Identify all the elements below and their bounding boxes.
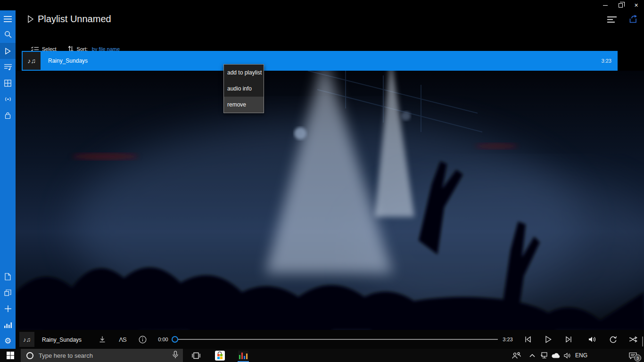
sidebar-item-equalizer[interactable] [0,317,16,333]
speaker-icon [564,353,571,359]
microsoft-store-button[interactable] [211,349,228,362]
sidebar-item-import[interactable] [0,285,16,301]
store-icon [215,351,225,361]
track-duration: 3:23 [602,58,611,64]
menu-item-add-to-playlist[interactable]: add to playlist [224,65,264,81]
bag-icon [5,112,11,119]
play-icon [545,336,552,343]
total-time: 3:23 [498,337,517,342]
grid-icon [4,80,11,87]
cortana-icon [26,352,33,359]
import-icon [4,289,11,296]
radio-icon [4,96,12,102]
people-icon [512,352,521,359]
nav-sidebar: ⚙ [0,10,16,349]
share-button[interactable] [627,14,638,25]
sidebar-item-add[interactable] [0,301,16,317]
chevron-up-icon [529,354,535,357]
music-notes-icon: ♪♫ [23,336,31,343]
shuffle-button[interactable] [627,333,640,346]
previous-button[interactable] [521,333,535,346]
search-placeholder: Type here to search [39,352,173,359]
equalizer-bars-icon [4,321,12,328]
onedrive-button[interactable] [550,349,562,362]
play-playlist-button[interactable] [27,15,34,25]
sidebar-item-bag[interactable] [0,107,16,123]
sidebar-item-playlist[interactable] [0,59,16,75]
volume-icon [588,336,597,343]
microphone-button[interactable] [173,351,178,361]
repeat-icon [609,336,617,344]
lastfm-icon: ΛS [119,336,126,343]
sidebar-item-albums[interactable] [0,75,16,91]
plus-icon [5,305,11,312]
action-center-button[interactable]: 3 [623,349,642,362]
download-icon [99,336,106,343]
restore-button[interactable] [613,0,628,10]
playlist-icon [4,64,12,71]
task-view-icon [192,352,200,359]
audio-info-button[interactable] [136,333,149,346]
people-button[interactable] [510,349,522,362]
gear-icon: ⚙ [4,337,11,345]
scrollbar-thumb[interactable] [642,337,643,346]
file-icon [5,273,11,280]
play-outline-icon [27,15,34,23]
windows-logo-icon [7,352,14,359]
next-button[interactable] [562,333,575,346]
seek-slider[interactable] [175,339,498,340]
sidebar-item-open-file[interactable] [0,269,16,285]
onedrive-cloud-icon [552,353,560,358]
close-button[interactable]: × [628,0,644,10]
now-playing-queue-button[interactable] [607,16,617,25]
concert-background-image [16,71,644,330]
music-notes-icon: ♪♫ [27,57,36,65]
network-icon [540,352,548,359]
music-app-button[interactable] [235,349,252,362]
start-button[interactable] [0,349,21,362]
task-view-button[interactable] [188,349,205,362]
show-hidden-icons-button[interactable] [526,349,538,362]
language-indicator[interactable]: ENG [573,349,589,362]
taskbar-search-input[interactable]: Type here to search [21,349,183,362]
menu-item-remove[interactable]: remove [224,97,264,113]
shuffle-icon [629,336,637,343]
player-bar: ♪♫ Rainy_Sundays ΛS 0:00 3:23 [16,330,644,349]
network-status-button[interactable] [538,349,550,362]
play-button[interactable] [542,333,555,346]
track-thumbnail: ♪♫ [23,52,41,70]
play-icon [5,48,11,55]
seek-slider-thumb[interactable] [172,336,178,343]
system-volume-button[interactable] [561,349,574,362]
share-icon [627,14,638,24]
titlebar[interactable]: × [0,0,644,10]
notification-badge: 3 [634,354,641,362]
track-row[interactable]: ♪♫ Rainy_Sundays 3:23 [22,51,618,71]
player-track-thumbnail: ♪♫ [19,332,34,347]
music-app-icon [238,351,248,360]
menu-item-audio-info[interactable]: audio info [224,81,264,97]
microphone-icon [173,351,178,359]
minimize-button[interactable] [597,0,613,10]
lastfm-scrobble-button[interactable]: ΛS [116,333,129,346]
sidebar-item-settings[interactable]: ⚙ [0,333,16,349]
close-icon: × [634,2,638,8]
sidebar-item-search[interactable] [0,26,16,42]
previous-icon [525,336,531,343]
windows-taskbar: Type here to search ENG 3 [0,349,644,362]
queue-lines-icon [607,16,617,23]
search-icon [4,31,12,38]
hamburger-menu-button[interactable] [0,11,16,27]
minimize-icon [603,5,608,6]
sidebar-item-radio[interactable] [0,91,16,107]
download-button[interactable] [96,333,109,346]
context-menu: add to playlist audio info remove [223,64,264,113]
volume-button[interactable] [586,333,599,346]
sidebar-item-now-playing[interactable] [0,43,16,59]
repeat-button[interactable] [606,333,619,346]
player-track-title: Rainy_Sundays [42,337,82,343]
page-title: Playlist Unnamed [38,14,111,25]
info-icon [139,336,147,344]
language-label: ENG [575,352,587,359]
window-controls: × [597,0,644,10]
